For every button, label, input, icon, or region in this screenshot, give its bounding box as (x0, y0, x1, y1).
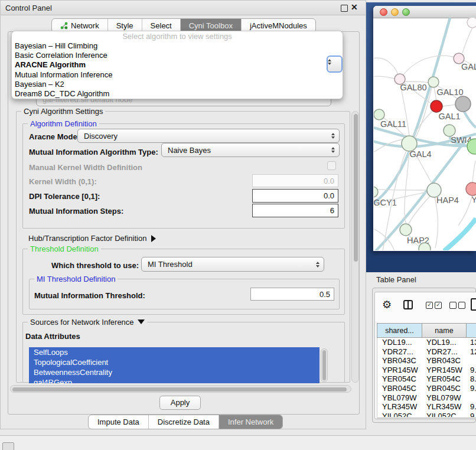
tab-infer-network[interactable]: Infer Network (219, 415, 282, 429)
network-node-swi4[interactable] (444, 125, 455, 136)
table-row[interactable]: YPR145WYPR145W9. (377, 366, 476, 375)
which-threshold-combo[interactable]: MI Threshold (141, 257, 324, 272)
settings-vertical-scrollbar-thumb[interactable] (354, 114, 358, 262)
settings-vertical-scrollbar[interactable] (351, 111, 359, 383)
table-cell[interactable]: YDL19... (377, 338, 423, 347)
dropdown-item-basic-correlation[interactable]: Basic Correlation Inference (12, 51, 343, 60)
select-all-checkboxes-icon[interactable]: ✓✓ (426, 302, 442, 309)
table-cell[interactable]: YDR27... (377, 347, 423, 357)
cyni-bottom-tabbar: Impute Data Discretize Data Infer Networ… (88, 415, 283, 429)
table-row[interactable]: YDR27...YDR27...12 (377, 347, 476, 357)
table-cell[interactable]: YBL079W (377, 393, 423, 403)
table-cell[interactable]: 13 (467, 338, 476, 347)
table-row[interactable]: YBR045CYBR045C9. (377, 384, 476, 393)
table-cell[interactable] (467, 393, 476, 403)
table-cell[interactable]: YDL19... (423, 338, 467, 347)
sources-title-label: Sources for Network Inference (30, 318, 134, 327)
column-layout-icon[interactable] (403, 300, 413, 309)
focused-spinner-fragment[interactable] (327, 56, 343, 73)
table-cell[interactable]: 9. (467, 402, 476, 412)
settings-horizontal-scrollbar-thumb[interactable] (12, 387, 347, 392)
table-cell[interactable]: YLR345W (377, 402, 423, 412)
mi-type-combo[interactable]: Naive Bayes (161, 143, 340, 157)
table-cell[interactable]: YBR043C (423, 356, 467, 366)
tab-impute-data[interactable]: Impute Data (89, 415, 149, 429)
table-cell[interactable]: YER054C (377, 374, 423, 384)
table-row[interactable]: YBR043CYBR043C (377, 356, 476, 366)
table-row[interactable]: YIL052CYIL052C9 (377, 412, 476, 417)
network-node-gal10[interactable] (428, 77, 439, 87)
table-cell[interactable]: YPR145W (377, 366, 423, 375)
settings-horizontal-scrollbar[interactable] (10, 385, 351, 393)
table-cell[interactable]: 12 (467, 347, 476, 357)
table-cell[interactable]: 8. (467, 374, 476, 384)
attribute-list-scrollbar[interactable] (321, 348, 328, 382)
network-node-hap2[interactable] (400, 224, 412, 236)
tab-discretize-data[interactable]: Discretize Data (149, 415, 219, 429)
zoom-traffic-light[interactable] (402, 8, 410, 16)
algorithm-dropdown-list: Select algorithm to view settings Bayesi… (11, 31, 343, 99)
table-cell[interactable]: YLR345W (423, 402, 467, 412)
attribute-list-item[interactable]: BetweennessCentrality (29, 367, 319, 377)
table-cell[interactable]: YBR043C (377, 356, 423, 366)
manual-kernel-checkbox[interactable] (327, 161, 336, 170)
table-header-shared-name[interactable]: shared... (377, 323, 422, 338)
aracne-mode-combo[interactable]: Discovery (77, 129, 340, 143)
table-cell[interactable]: YDR27... (423, 347, 467, 357)
table-cell[interactable]: YBR045C (377, 384, 423, 393)
network-node[interactable] (467, 18, 476, 28)
document-icon[interactable] (471, 298, 476, 311)
table-cell[interactable]: 9. (467, 366, 476, 375)
mi-steps-field[interactable]: 6 (252, 204, 338, 217)
tab-network-label: Network (71, 21, 99, 30)
table-cell[interactable]: YIL052C (377, 412, 423, 417)
attribute-list-item[interactable]: gal4RGexp (29, 377, 319, 383)
table-cell[interactable]: YPR145W (423, 366, 467, 375)
close-traffic-light[interactable] (380, 8, 387, 16)
apply-button[interactable]: Apply (159, 396, 201, 410)
minimize-traffic-light[interactable] (391, 8, 399, 16)
dropdown-item-aracne[interactable]: ARACNE Algorithm (12, 60, 343, 70)
sources-title[interactable]: Sources for Network Inference (28, 318, 147, 327)
dropdown-item-mutual-information[interactable]: Mutual Information Inference (12, 70, 343, 80)
float-window-icon[interactable] (341, 5, 348, 12)
tab-select-label: Select (151, 21, 172, 30)
deselect-all-checkboxes-icon[interactable] (449, 302, 465, 309)
network-node[interactable] (455, 96, 471, 112)
network-canvas[interactable]: GAL8GAL80GAL10GAL1GAL11SWI4GAL4GCY1HAP4Y… (374, 18, 476, 250)
dropdown-item-bayesian-k2[interactable]: Bayesian – K2 (12, 80, 343, 89)
clipped-corner-button[interactable] (2, 442, 14, 450)
table-header-clipped[interactable] (467, 323, 476, 338)
table-header-name[interactable]: name (422, 323, 467, 338)
dropdown-item-dream8[interactable]: Dream8 DC_TDC Algorithm (12, 89, 343, 99)
table-cell[interactable] (467, 356, 476, 366)
attribute-list-scrollbar-thumb[interactable] (322, 350, 326, 380)
table-settings-gear-icon[interactable]: ⚙ (382, 299, 392, 310)
close-panel-icon[interactable]: ✕ (351, 2, 358, 12)
network-node-gal11[interactable] (374, 109, 384, 120)
table-cell[interactable]: YBR045C (423, 384, 467, 393)
table-cell[interactable]: YER054C (423, 374, 467, 384)
control-panel-titlebar[interactable]: Control Panel ✕ (1, 1, 366, 15)
hub-definition-expander[interactable]: Hub/Transcription Factor Definition (28, 234, 156, 243)
table-cell[interactable]: 9. (467, 384, 476, 393)
dropdown-item-bayesian-hill-climbing[interactable]: Bayesian – Hill Climbing (12, 41, 343, 51)
attribute-list-item[interactable]: SelfLoops (29, 347, 319, 357)
network-window-titlebar[interactable] (373, 6, 476, 18)
network-node-gal1[interactable] (431, 100, 442, 112)
kernel-width-field[interactable]: 0.0 (252, 174, 338, 187)
table-row[interactable]: YER054CYER054C8. (377, 374, 476, 384)
network-node-y[interactable] (466, 182, 476, 195)
table-row[interactable]: YLR345WYLR345W9. (377, 402, 476, 412)
network-node[interactable] (419, 243, 431, 250)
table-horizontal-scrollbar[interactable] (377, 418, 476, 419)
table-row[interactable]: YBL079WYBL079W (377, 393, 476, 403)
dpi-tolerance-field[interactable]: 0.0 (252, 189, 338, 203)
table-cell[interactable]: 9 (467, 412, 476, 417)
table-cell[interactable]: YIL052C (423, 412, 467, 417)
mi-threshold-field[interactable]: 0.5 (250, 288, 334, 301)
table-cell[interactable]: YBL079W (423, 393, 467, 403)
attribute-list-item[interactable]: TopologicalCoefficient (29, 357, 319, 367)
table-row[interactable]: YDL19...YDL19...13 (377, 338, 476, 347)
network-node-gcy1[interactable] (374, 187, 378, 197)
